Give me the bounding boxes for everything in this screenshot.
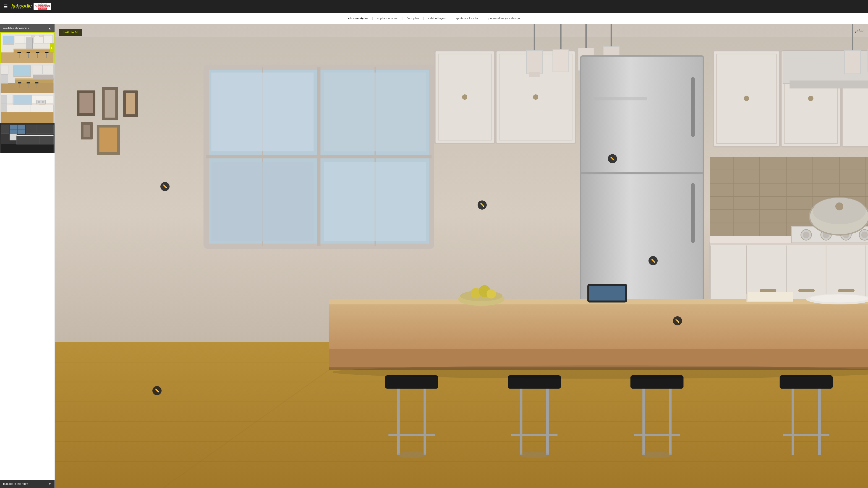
kaboodle-logo: kaboodle kitchen (11, 3, 32, 10)
nav-cabinet-layout[interactable]: cabinet layout (424, 13, 451, 24)
showroom-list: ▶ (0, 32, 55, 480)
main-layout: available showrooms ▲ (0, 24, 868, 488)
svg-point-121 (533, 94, 538, 100)
bunnings-available: Available at (38, 3, 46, 5)
svg-rect-74 (37, 125, 54, 134)
svg-rect-81 (17, 135, 54, 136)
pencil-icon-4: ✏️ (651, 259, 655, 263)
svg-rect-97 (105, 90, 115, 118)
nav-appliance-location[interactable]: appliance location (452, 13, 484, 24)
pencil-icon-6: ✏️ (155, 388, 159, 393)
svg-rect-3 (15, 35, 24, 43)
svg-rect-101 (84, 125, 90, 137)
svg-rect-40 (35, 82, 38, 84)
svg-point-222 (332, 365, 868, 379)
svg-rect-30 (33, 65, 42, 74)
showroom-item-1[interactable]: ▶ (0, 32, 55, 63)
svg-point-207 (397, 452, 426, 458)
nav-bar: choose styles | appliance types | floor … (0, 13, 868, 24)
edit-marker-1[interactable]: ✏️ (160, 182, 169, 191)
edit-marker-6[interactable]: ✏️ (152, 386, 161, 395)
svg-point-212 (520, 452, 549, 458)
pencil-icon-5: ✏️ (675, 319, 680, 323)
sidebar-footer-label: features in this room (3, 482, 28, 486)
nav-choose-styles[interactable]: choose styles (344, 13, 372, 24)
showroom-thumb-1 (1, 33, 54, 63)
svg-point-175 (803, 231, 809, 238)
svg-rect-198 (589, 286, 625, 300)
sidebar-footer-arrow-icon: ▼ (48, 482, 51, 486)
svg-point-202 (810, 295, 868, 303)
sidebar: available showrooms ▲ (0, 24, 55, 488)
showroom-thumb-4 (0, 123, 55, 153)
svg-rect-71 (1, 144, 54, 153)
svg-point-68 (42, 101, 44, 103)
bunnings-warehouse: warehouse (38, 7, 47, 9)
sidebar-toggle-icon[interactable]: ▲ (48, 27, 51, 30)
svg-point-124 (744, 96, 749, 101)
svg-rect-56 (7, 104, 54, 112)
svg-point-184 (835, 202, 843, 210)
canvas-area: build in 3d price (55, 24, 868, 488)
svg-rect-78 (17, 136, 54, 144)
showroom-item-3[interactable] (0, 93, 55, 123)
svg-point-217 (642, 452, 672, 458)
svg-rect-115 (324, 162, 426, 241)
showroom-item-2[interactable] (0, 63, 55, 93)
svg-rect-132 (526, 51, 542, 74)
svg-rect-10 (14, 48, 54, 50)
svg-point-67 (38, 101, 40, 103)
svg-rect-15 (36, 52, 39, 53)
svg-point-181 (861, 231, 868, 238)
nav-appliance-types[interactable]: appliance types (373, 13, 402, 24)
svg-rect-6 (43, 35, 53, 43)
nav-floor-plan[interactable]: floor plan (403, 13, 423, 24)
sidebar-footer[interactable]: features in this room ▼ (0, 480, 55, 488)
logo-area: kaboodle kitchen Available at BUNNINGS w… (11, 3, 51, 10)
svg-rect-147 (691, 77, 694, 137)
showroom-thumb-3 (0, 93, 55, 123)
menu-icon[interactable]: ☰ (4, 4, 8, 9)
svg-rect-113 (324, 72, 426, 152)
sidebar-header-label: available showrooms (3, 27, 29, 30)
svg-rect-148 (691, 183, 694, 243)
svg-rect-130 (789, 80, 868, 89)
nav-personalise[interactable]: personalise your design (485, 13, 524, 24)
edit-marker-2[interactable]: ✏️ (477, 200, 487, 209)
svg-rect-13 (27, 52, 30, 53)
pencil-icon-2: ✏️ (480, 203, 485, 207)
svg-rect-2 (1, 53, 54, 63)
svg-rect-73 (26, 125, 36, 134)
price-button[interactable]: price (856, 29, 863, 33)
svg-rect-47 (33, 75, 54, 79)
svg-rect-36 (18, 82, 22, 84)
svg-point-127 (808, 96, 813, 101)
svg-point-118 (462, 94, 467, 100)
svg-rect-29 (1, 65, 8, 74)
svg-rect-200 (748, 292, 793, 301)
svg-rect-50 (1, 111, 54, 123)
svg-rect-203 (385, 376, 438, 389)
showroom-thumb-2 (0, 63, 55, 93)
showroom-selected-arrow: ▶ (50, 43, 54, 53)
svg-point-196 (487, 289, 496, 298)
svg-rect-95 (80, 93, 93, 113)
svg-rect-38 (27, 82, 30, 84)
kitchen-scene-svg (55, 24, 868, 488)
svg-rect-135 (553, 49, 569, 72)
bunnings-name: BUNNINGS (35, 5, 50, 7)
svg-marker-23 (31, 35, 35, 37)
app-header: ☰ kaboodle kitchen Available at BUNNINGS… (0, 0, 868, 13)
svg-rect-17 (45, 52, 49, 53)
svg-rect-28 (1, 83, 54, 93)
build-3d-button[interactable]: build in 3d (59, 29, 82, 36)
edit-marker-3[interactable]: ✏️ (608, 154, 617, 163)
svg-rect-149 (594, 97, 647, 101)
edit-marker-4[interactable]: ✏️ (649, 256, 658, 265)
svg-point-183 (813, 198, 866, 224)
svg-rect-112 (212, 72, 313, 152)
svg-rect-168 (760, 289, 776, 292)
showroom-item-4[interactable] (0, 123, 55, 153)
edit-marker-5[interactable]: ✏️ (673, 316, 682, 325)
svg-rect-218 (780, 376, 833, 389)
